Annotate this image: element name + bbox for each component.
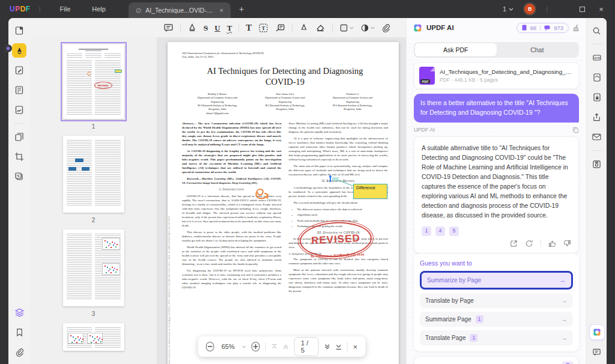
page-thumbnail-2[interactable] — [63, 136, 124, 213]
open-in-new-icon[interactable] — [510, 240, 518, 247]
attachment-button[interactable] — [12, 345, 26, 359]
tab-ask-pdf[interactable]: Ask PDF — [415, 43, 497, 56]
save-button[interactable] — [590, 157, 604, 171]
extract-pages-button[interactable] — [12, 169, 26, 184]
sign-button[interactable] — [12, 103, 26, 117]
share-button[interactable] — [590, 110, 604, 124]
callout-tool[interactable] — [275, 23, 285, 33]
strikethrough-tool[interactable]: S — [204, 24, 208, 32]
arrow-right-icon: → — [561, 315, 568, 323]
main-column: S U T T T — [30, 18, 406, 364]
convert-pdf-button[interactable] — [590, 70, 604, 85]
first-page-button[interactable] — [271, 344, 277, 350]
tab-chat[interactable]: Chat — [497, 43, 578, 56]
rail-divider — [14, 123, 24, 124]
forms-button[interactable] — [12, 83, 26, 97]
toolbar-divider — [180, 23, 181, 32]
maximize-icon — [580, 7, 585, 12]
mini-scatter-plot — [102, 263, 120, 275]
chevron-down-icon — [371, 26, 375, 29]
tab-close-icon[interactable]: × — [219, 7, 223, 14]
page-ref-chip[interactable]: 1 — [422, 226, 431, 236]
text-comment-tool[interactable]: T — [246, 23, 252, 32]
clear-chat-broom-icon[interactable] — [572, 24, 580, 32]
zoom-dropdown-icon[interactable] — [242, 345, 246, 348]
crop-button[interactable] — [12, 150, 26, 164]
mail-button[interactable] — [590, 130, 604, 144]
page-ref-chip[interactable]: 4 — [435, 226, 445, 236]
title-bar: UPDF | File Help AI_Technique...OVID-19 … — [0, 0, 615, 18]
suggestion-translate-page[interactable]: Translate Page 1 → — [420, 330, 573, 345]
squiggly-underline-tool[interactable]: T — [227, 24, 232, 32]
new-tab-button[interactable]: + — [239, 4, 244, 14]
shape-circle-tool[interactable] — [360, 23, 375, 32]
menu-file[interactable]: File — [49, 5, 82, 13]
ai-response-actions — [422, 240, 571, 247]
shape-rectangle-tool[interactable] — [339, 23, 354, 32]
prompt-ideas-button[interactable] — [562, 361, 574, 364]
updf-logo: UPDF — [10, 5, 31, 13]
close-toolbar-button[interactable]: × — [353, 342, 358, 351]
search-button[interactable] — [590, 23, 604, 38]
suggestion-summarize-page[interactable]: Summarize Page 1 → — [420, 312, 573, 327]
thumbs-up-icon[interactable] — [548, 240, 556, 247]
organize-pages-button[interactable] — [12, 130, 26, 144]
page-thumbnail-1[interactable]: REVISED — [63, 44, 124, 119]
chat-credit-count: 973 — [554, 25, 563, 31]
eraser-tool[interactable] — [315, 23, 326, 33]
sticky-note-annotation[interactable]: Difference — [353, 184, 387, 199]
maximize-button[interactable] — [578, 5, 586, 14]
zoom-level[interactable]: 65% — [220, 343, 237, 350]
pdf-file-card[interactable]: PDF AI_Techniques_for_Detecting_and_Diag… — [414, 62, 579, 89]
zoom-out-button[interactable] — [206, 342, 214, 351]
panel-collapse-handle[interactable] — [4, 44, 12, 52]
mini-sticky-note — [115, 70, 122, 73]
sticky-note-tool[interactable] — [163, 23, 174, 33]
layers-button[interactable] — [12, 305, 26, 320]
bookmark-button[interactable] — [12, 325, 26, 339]
file-card-title: AI_Techniques_for_Detecting_and_Diagnosi… — [440, 68, 574, 75]
highlighter-tool[interactable] — [187, 23, 197, 32]
page-thumbnail-3[interactable] — [63, 229, 124, 306]
user-avatar[interactable]: B — [524, 4, 535, 14]
ai-label: UPDF AI — [414, 127, 435, 133]
menu-help[interactable]: Help — [81, 5, 117, 13]
svg-text:OCR: OCR — [594, 56, 599, 59]
ai-tabs: Ask PDF Chat — [414, 42, 579, 58]
updf-ai-rail-button[interactable] — [590, 325, 604, 339]
close-button[interactable]: × — [597, 5, 605, 14]
reader-mode-button[interactable] — [12, 23, 26, 38]
regenerate-icon[interactable] — [525, 240, 533, 247]
feedback-button[interactable] — [590, 345, 604, 359]
ai-credits-badge[interactable]: 98 973 — [517, 23, 569, 33]
ocr-button[interactable]: OCR — [590, 50, 604, 65]
titlebar-divider-2: | — [546, 5, 548, 13]
attach-file-tool[interactable] — [381, 23, 390, 32]
previous-page-button[interactable] — [283, 344, 289, 350]
thumbs-down-icon[interactable] — [563, 240, 571, 247]
paper-left-column: Abstract— The new Coronavirus infection … — [182, 121, 282, 296]
suggestion-summarize-by-page[interactable]: Summarize by Page → — [420, 271, 573, 290]
document-tab-title: AI_Technique...OVID-19 (1)* — [145, 7, 214, 14]
page-thumbnail-4[interactable] — [63, 323, 124, 351]
next-page-button[interactable] — [324, 344, 330, 350]
last-page-button[interactable] — [336, 344, 342, 350]
comment-mode-button[interactable] — [12, 43, 26, 58]
underline-tool[interactable]: U — [214, 24, 220, 32]
suggestion-translate-by-page[interactable]: Translate by Page → — [420, 293, 573, 308]
document-tab[interactable]: AI_Technique...OVID-19 (1)* × — [129, 2, 231, 18]
page-indicator[interactable]: 1 / 5 — [294, 337, 318, 356]
text-box-tool[interactable]: T — [258, 23, 268, 33]
mini-scatter-plot — [68, 333, 83, 344]
window-count-dropdown[interactable]: 1 — [503, 5, 514, 13]
copy-icon[interactable] — [572, 127, 579, 133]
protect-pdf-button[interactable] — [590, 90, 604, 105]
zoom-in-button[interactable] — [252, 342, 260, 351]
curl-arrow-annotation[interactable] — [250, 181, 271, 202]
page-number-label: 3 — [92, 311, 95, 317]
page-chip: 1 — [476, 315, 483, 323]
page-ref-chip[interactable]: 5 — [449, 226, 459, 236]
edit-pdf-button[interactable] — [12, 63, 26, 77]
file-card-meta: PDF · 446.1 KB · 5 pages — [440, 77, 574, 83]
pencil-tool[interactable] — [299, 23, 309, 32]
